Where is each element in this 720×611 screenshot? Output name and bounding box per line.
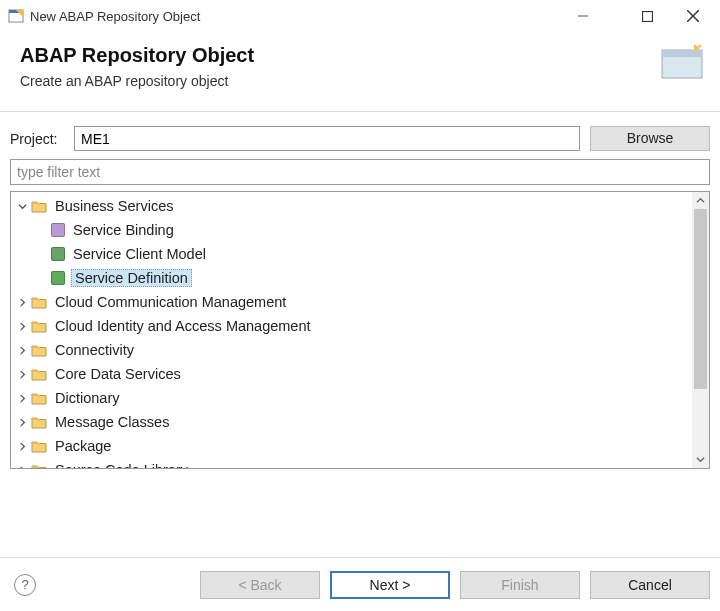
tree-item-label: Connectivity bbox=[53, 342, 136, 358]
project-label: Project: bbox=[10, 131, 64, 147]
finish-button[interactable]: Finish bbox=[460, 571, 580, 599]
tree-folder[interactable]: Business Services bbox=[11, 194, 709, 218]
chevron-right-icon[interactable] bbox=[15, 322, 29, 331]
tree-item-label: Dictionary bbox=[53, 390, 121, 406]
tree-item-label: Service Client Model bbox=[71, 246, 208, 262]
object-tree[interactable]: Business ServicesService BindingService … bbox=[10, 191, 710, 469]
tree-item[interactable]: Service Client Model bbox=[11, 242, 709, 266]
tree-item-label: Cloud Communication Management bbox=[53, 294, 288, 310]
scroll-thumb[interactable] bbox=[694, 209, 707, 389]
minimize-button[interactable] bbox=[578, 8, 624, 24]
tree-item-label: Service Definition bbox=[71, 269, 192, 287]
next-button[interactable]: Next > bbox=[330, 571, 450, 599]
tree-item[interactable]: Service Definition bbox=[11, 266, 709, 290]
minimize-icon bbox=[578, 11, 588, 21]
chevron-right-icon[interactable] bbox=[15, 418, 29, 427]
wizard-footer: ? < Back Next > Finish Cancel bbox=[0, 557, 720, 611]
tree-item-label: Business Services bbox=[53, 198, 175, 214]
tree-folder[interactable]: Cloud Communication Management bbox=[11, 290, 709, 314]
page-subtitle: Create an ABAP repository object bbox=[20, 73, 700, 89]
chevron-right-icon[interactable] bbox=[15, 394, 29, 403]
maximize-icon bbox=[642, 11, 653, 22]
chevron-right-icon[interactable] bbox=[15, 346, 29, 355]
scroll-down-icon[interactable] bbox=[692, 451, 709, 468]
filter-input[interactable] bbox=[10, 159, 710, 185]
project-input[interactable] bbox=[74, 126, 580, 151]
cancel-button[interactable]: Cancel bbox=[590, 571, 710, 599]
tree-folder[interactable]: Cloud Identity and Access Management bbox=[11, 314, 709, 338]
svg-rect-7 bbox=[662, 50, 702, 57]
tree-folder[interactable]: Connectivity bbox=[11, 338, 709, 362]
svg-point-8 bbox=[699, 45, 702, 48]
tree-folder[interactable]: Package bbox=[11, 434, 709, 458]
chevron-down-icon[interactable] bbox=[15, 202, 29, 211]
tree-item[interactable]: Service Binding bbox=[11, 218, 709, 242]
tree-item-label: Core Data Services bbox=[53, 366, 183, 382]
window-title: New ABAP Repository Object bbox=[30, 9, 578, 24]
maximize-button[interactable] bbox=[624, 0, 670, 32]
chevron-right-icon[interactable] bbox=[15, 370, 29, 379]
chevron-right-icon[interactable] bbox=[15, 466, 29, 470]
close-icon bbox=[687, 10, 699, 22]
tree-folder[interactable]: Core Data Services bbox=[11, 362, 709, 386]
help-button[interactable]: ? bbox=[14, 574, 36, 596]
chevron-right-icon[interactable] bbox=[15, 298, 29, 307]
tree-folder[interactable]: Message Classes bbox=[11, 410, 709, 434]
title-bar: New ABAP Repository Object bbox=[0, 0, 720, 32]
browse-button[interactable]: Browse bbox=[590, 126, 710, 151]
tree-item-label: Cloud Identity and Access Management bbox=[53, 318, 313, 334]
tree-item-label: Source Code Library bbox=[53, 462, 190, 469]
page-heading: ABAP Repository Object bbox=[20, 44, 700, 67]
tree-item-label: Message Classes bbox=[53, 414, 171, 430]
close-button[interactable] bbox=[670, 0, 716, 32]
chevron-right-icon[interactable] bbox=[15, 442, 29, 451]
project-row: Project: Browse bbox=[0, 112, 720, 159]
app-icon bbox=[8, 8, 24, 24]
tree-folder[interactable]: Source Code Library bbox=[11, 458, 709, 469]
tree-item-label: Service Binding bbox=[71, 222, 176, 238]
svg-rect-3 bbox=[642, 11, 652, 21]
scroll-up-icon[interactable] bbox=[692, 192, 709, 209]
scrollbar-vertical[interactable] bbox=[692, 192, 709, 468]
tree-folder[interactable]: Dictionary bbox=[11, 386, 709, 410]
wizard-banner-icon bbox=[658, 42, 704, 80]
back-button[interactable]: < Back bbox=[200, 571, 320, 599]
wizard-banner: ABAP Repository Object Create an ABAP re… bbox=[0, 32, 720, 103]
tree-item-label: Package bbox=[53, 438, 113, 454]
